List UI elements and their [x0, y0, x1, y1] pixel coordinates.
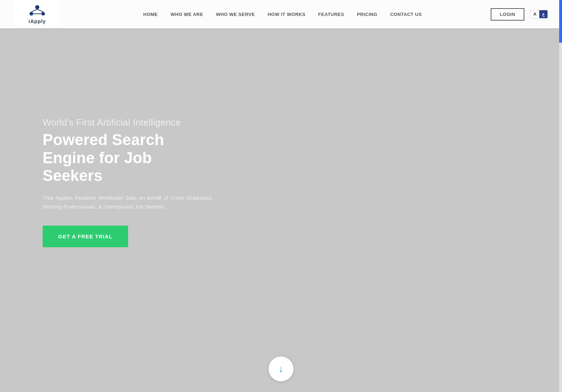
lang-ar-button[interactable]: ع: [539, 10, 547, 18]
svg-line-3: [31, 9, 37, 12]
scrollbar-thumb[interactable]: [559, 0, 562, 43]
hero-subtitle: World's First Artificial Intelligence: [43, 117, 213, 128]
hero-section: World's First Artificial Intelligence Po…: [0, 0, 562, 392]
nav-contact-us[interactable]: CONTACT US: [390, 12, 422, 17]
logo-text: iApply: [29, 18, 46, 24]
logo[interactable]: iApply: [14, 1, 60, 28]
nav-who-we-serve[interactable]: WHO WE SERVE: [216, 12, 255, 17]
login-button[interactable]: LOGIN: [491, 8, 525, 21]
navbar: iApply HOME WHO WE ARE WHO WE SERVE HOW …: [0, 0, 562, 28]
nav-right: LOGIN A ع: [491, 8, 548, 21]
chevron-down-icon: ↓: [279, 364, 283, 374]
svg-line-4: [37, 9, 43, 12]
lang-en-button[interactable]: A: [530, 10, 539, 18]
nav-who-we-are[interactable]: WHO WE ARE: [171, 12, 203, 17]
hero-title: Powered Search Engine for Job Seekers: [43, 131, 213, 185]
nav-pricing[interactable]: PRICING: [357, 12, 378, 17]
logo-icon: [28, 4, 46, 18]
scroll-down-indicator[interactable]: ↓: [269, 357, 293, 381]
hero-content: World's First Artificial Intelligence Po…: [43, 117, 213, 247]
hero-description: That Applies Realtime Worldwide Jobs on …: [43, 193, 213, 211]
scrollbar[interactable]: [559, 0, 562, 392]
nav-links: HOME WHO WE ARE WHO WE SERVE HOW IT WORK…: [75, 12, 491, 17]
svg-point-0: [35, 5, 39, 10]
nav-how-it-works[interactable]: HOW IT WORKS: [268, 12, 305, 17]
language-toggle: A ع: [530, 10, 548, 18]
cta-button[interactable]: GET A FREE TRIAL: [43, 226, 128, 247]
nav-home[interactable]: HOME: [143, 12, 158, 17]
nav-features[interactable]: FEATURES: [318, 12, 344, 17]
